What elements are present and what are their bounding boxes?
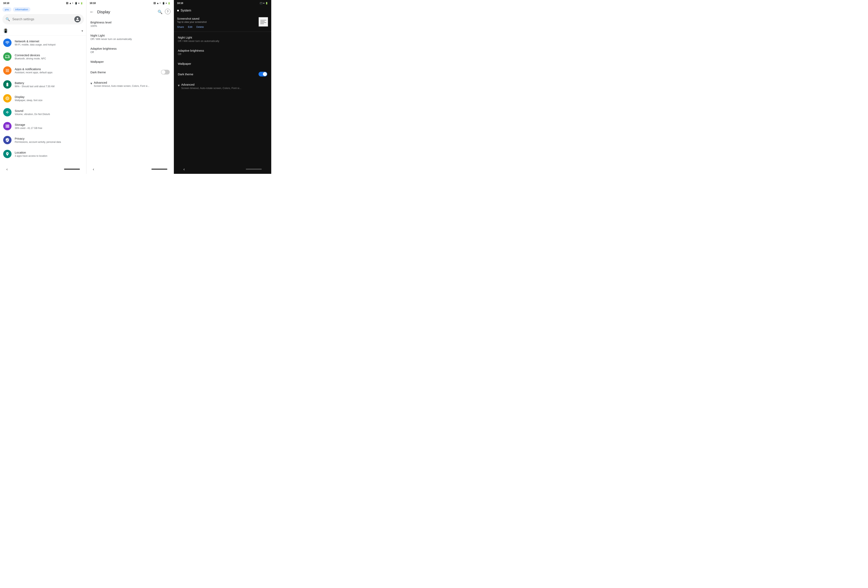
settings-item-apps[interactable]: Apps & notifications Assistant, recent a… [0,63,86,78]
s-nightlight-subtitle: Off / Will never turn on automatically [178,40,267,43]
brightness-subtitle: 100% [90,24,170,27]
panel-display: 10:10 🖼 ▲ • 📳 ▾ 🔋 ← Display 🔍 ? Brightne… [86,0,174,174]
s-advanced-chevron-icon: ▾ [178,83,180,88]
search-placeholder: Search settings [12,18,72,21]
connected-text: Connected devices Bluetooth, driving mod… [15,53,46,60]
nightlight-title: Night Light [90,34,170,37]
apps-icon [5,68,10,73]
tab-you[interactable]: you [2,7,11,12]
display-item-brightness[interactable]: Brightness level 100% [86,18,174,31]
settings-item-storage[interactable]: Storage 36% used - 41.17 GB free [0,119,86,133]
display-icon-bg [3,94,12,103]
screenshot-notification[interactable]: Screenshot saved Tap to view your screen… [174,15,271,31]
battery-title: Battery [15,81,55,85]
dot-status-icon: • [72,2,73,4]
dark-theme-toggle-on[interactable] [258,72,267,77]
settings-item-display[interactable]: Display Wallpaper, sleep, font size [0,91,86,105]
settings-item-sound[interactable]: Sound Volume, vibration, Do Not Disturb [0,105,86,119]
screenshot-delete-button[interactable]: Delete [196,25,204,28]
nav-bar-2: ‹ [86,164,174,174]
display-item-wallpaper[interactable]: Wallpaper [86,57,174,66]
s-nightlight-title: Night Light [178,36,267,39]
storage-title: Storage [15,123,42,126]
settings-item-network[interactable]: Network & internet Wi-Fi, mobile, data u… [0,36,86,50]
s-advanced-text: Advanced Screen timeout, Auto-rotate scr… [181,83,241,90]
network-subtitle: Wi-Fi, mobile, data usage, and hotspot [15,43,55,46]
wallpaper-title: Wallpaper [90,60,170,63]
nav-pill-3 [246,169,262,169]
dot-status-icon-2: • [160,2,161,4]
system-item-adaptive[interactable]: Adaptive brightness Off [174,46,271,59]
nav-bar-1: ‹ [0,164,86,174]
s-advanced-subtitle: Screen timeout, Auto-rotate screen, Colo… [181,87,241,90]
vibrate-status-icon-2: 📳 [162,2,165,4]
nav-bar-3: ‹ [174,164,271,174]
storage-icon-bg [3,122,12,130]
thumb-line-4 [260,24,264,24]
nav-pill-2 [151,169,167,169]
vibration-row[interactable]: 📳 ▾ [0,26,86,36]
settings-item-battery[interactable]: Battery 96% - Should last until about 7:… [0,78,86,91]
system-app-icon: ■ [177,9,179,12]
status-bar-1: 10:10 🖼 ▲ • 📳 ▾ 🔋 [0,0,86,6]
time-3: 10:10 [177,2,183,4]
system-item-dark-theme[interactable]: Dark theme [174,69,271,80]
avatar[interactable] [74,16,81,22]
sound-title: Sound [15,109,50,112]
search-bar[interactable]: 🔍 Search settings [2,14,84,24]
connected-subtitle: Bluetooth, driving mode, NFC [15,57,46,60]
vibration-icon: 📳 [3,28,8,33]
tab-information[interactable]: information [13,7,30,12]
privacy-icon [5,138,10,142]
photo-status-icon: 🖼 [66,2,68,4]
system-item-wallpaper[interactable]: Wallpaper [174,59,271,69]
s-dark-theme-text: Dark theme [178,72,193,76]
advanced-chevron-icon: ▾ [90,81,92,85]
dark-theme-toggle[interactable] [161,70,170,75]
location-status-icon-2: ▲ [156,2,159,4]
wifi-status-icon-2: ▾ [166,2,167,4]
screenshot-share-button[interactable]: Share [177,25,184,28]
avatar-icon [75,17,80,21]
sound-subtitle: Volume, vibration, Do Not Disturb [15,113,50,116]
system-item-nightlight[interactable]: Night Light Off / Will never turn on aut… [174,32,271,46]
time-2: 10:10 [90,2,96,4]
s-dark-theme-title: Dark theme [178,72,193,76]
display-item-dark-theme[interactable]: Dark theme [86,66,174,78]
settings-list: Network & internet Wi-Fi, mobile, data u… [0,36,86,161]
settings-item-privacy[interactable]: Privacy Permissions, account activity, p… [0,133,86,147]
nav-pill-1 [64,169,80,169]
settings-item-connected[interactable]: Connected devices Bluetooth, driving mod… [0,50,86,63]
s-wallpaper-title: Wallpaper [178,62,267,65]
back-button-1[interactable]: ‹ [6,167,8,171]
apps-subtitle: Assistant, recent apps, default apps [15,71,52,74]
network-text: Network & internet Wi-Fi, mobile, data u… [15,40,55,46]
thumb-line-1 [260,20,266,21]
location-icon-bg [3,150,12,158]
advanced-subtitle: Screen timeout, Auto-rotate screen, Colo… [94,85,149,87]
storage-subtitle: 36% used - 41.17 GB free [15,127,42,130]
privacy-icon-bg [3,136,12,144]
settings-item-location[interactable]: Location 3 apps have access to location [0,147,86,161]
back-button-3[interactable]: ‹ [183,167,185,171]
screenshot-title: Screenshot saved [177,17,256,20]
screenshot-edit-button[interactable]: Edit [188,25,192,28]
display-item-adaptive[interactable]: Adaptive brightness Off [86,44,174,57]
back-button-2[interactable]: ← [90,9,94,15]
display-item-advanced[interactable]: ▾ Advanced Screen timeout, Auto-rotate s… [86,78,174,91]
status-icons-1: 🖼 ▲ • 📳 ▾ 🔋 [66,2,83,4]
system-item-advanced[interactable]: ▾ Advanced Screen timeout, Auto-rotate s… [174,80,271,93]
search-button[interactable]: 🔍 [157,9,163,15]
nightlight-subtitle: Off / Will never turn on automatically [90,38,170,41]
back-button-2b[interactable]: ‹ [93,167,94,171]
sound-text: Sound Volume, vibration, Do Not Disturb [15,109,50,116]
help-button[interactable]: ? [165,9,170,14]
display-header: ← Display 🔍 ? [86,6,174,18]
display-item-nightlight[interactable]: Night Light Off / Will never turn on aut… [86,31,174,44]
location-status-icon: ▲ [69,2,72,4]
display-subtitle: Wallpaper, sleep, font size [15,99,43,102]
panel-system: 10:10 📳 ▾ 🔋 ■ System Screenshot saved Ta… [174,0,271,174]
system-title: System [181,9,191,12]
top-tabs: you information [0,6,86,13]
apps-text: Apps & notifications Assistant, recent a… [15,67,52,74]
